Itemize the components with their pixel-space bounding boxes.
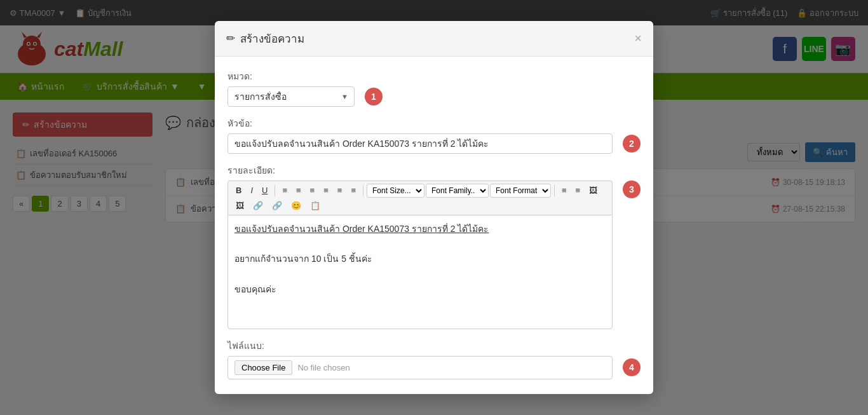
rte-line3: ขอบคุณค่ะ [234,282,606,297]
rte-underline[interactable]: U [258,184,271,197]
detail-group: รายละเอียด: B I U ≡ ≡ ≡ ≡ ≡ [227,163,641,329]
step4-indicator: 4 [623,358,641,376]
rte-list-ul[interactable]: ≡ [347,184,360,197]
modal-overlay[interactable]: ✏ สร้างข้อความ × หมวด: รายการสั่งซื้อ 1 [0,0,868,415]
modal: ✏ สร้างข้อความ × หมวด: รายการสั่งซื้อ 1 [215,21,653,395]
modal-header: ✏ สร้างข้อความ × [215,21,653,57]
rte-unlink[interactable]: 🔗 [268,199,286,212]
rte-align-left[interactable]: ≡ [278,184,291,197]
rte-icon1[interactable]: ≡ [558,184,571,197]
rte-separator-2 [363,185,363,196]
modal-body: หมวด: รายการสั่งซื้อ 1 หัวข้อ: [215,57,653,395]
rte-image2[interactable]: 🖼 [232,199,248,212]
category-label: หมวด: [227,69,641,83]
detail-label: รายละเอียด: [227,163,641,177]
rte-line2: อยากแก้จำนวนจาก 10 เป็น 5 ชิ้นค่ะ [234,252,606,267]
subject-label: หัวข้อ: [227,116,641,130]
choose-file-button[interactable]: Choose File [234,360,292,375]
step3-indicator: 3 [623,180,641,198]
rte-align-justify[interactable]: ≡ [320,184,332,197]
modal-close-button[interactable]: × [634,32,642,44]
file-input-wrapper: Choose File No file chosen [227,356,613,379]
modal-title: ✏ สร้างข้อความ [226,30,304,47]
file-label: ไฟล์แนบ: [227,339,641,353]
rte-separator-1 [275,185,275,196]
rte-italic[interactable]: I [247,184,257,197]
rte-bold[interactable]: B [232,184,245,197]
rte-line-blank [234,236,606,252]
step1-indicator: 1 [365,88,383,105]
rte-align-right[interactable]: ≡ [306,184,319,197]
rte-align-center[interactable]: ≡ [292,184,305,197]
rte-emoji[interactable]: 😊 [287,199,305,212]
rte-list-ol[interactable]: ≡ [334,184,346,197]
step2-indicator: 2 [623,135,641,153]
rte-font-format[interactable]: Font Format [490,184,551,198]
rte-font-family[interactable]: Font Family.. [426,184,489,198]
rte-font-size[interactable]: Font Size... [367,184,424,198]
rte-image[interactable]: 🖼 [585,184,601,197]
rte-line-blank2 [234,267,606,282]
rte-link[interactable]: 🔗 [249,199,267,212]
category-select-wrapper: รายการสั่งซื้อ [227,86,355,107]
rte-separator-3 [554,185,555,196]
rte-icon2[interactable]: ≡ [572,184,585,197]
subject-group: หัวข้อ: 2 [227,116,641,154]
rte-paste[interactable]: 📋 [306,199,324,212]
rte-toolbar: B I U ≡ ≡ ≡ ≡ ≡ ≡ Font Size [227,180,613,215]
rte-content-area[interactable]: ขอแจ้งปรับลดจำนวนสินค้า Order KA150073 ร… [227,215,613,329]
file-group: ไฟล์แนบ: Choose File No file chosen 4 [227,339,641,379]
category-select[interactable]: รายการสั่งซื้อ [227,86,355,107]
subject-input[interactable] [227,133,613,154]
file-name-display: No file chosen [297,363,349,372]
rte-line1: ขอแจ้งปรับลดจำนวนสินค้า Order KA150073 ร… [234,222,606,237]
category-group: หมวด: รายการสั่งซื้อ 1 [227,69,641,107]
